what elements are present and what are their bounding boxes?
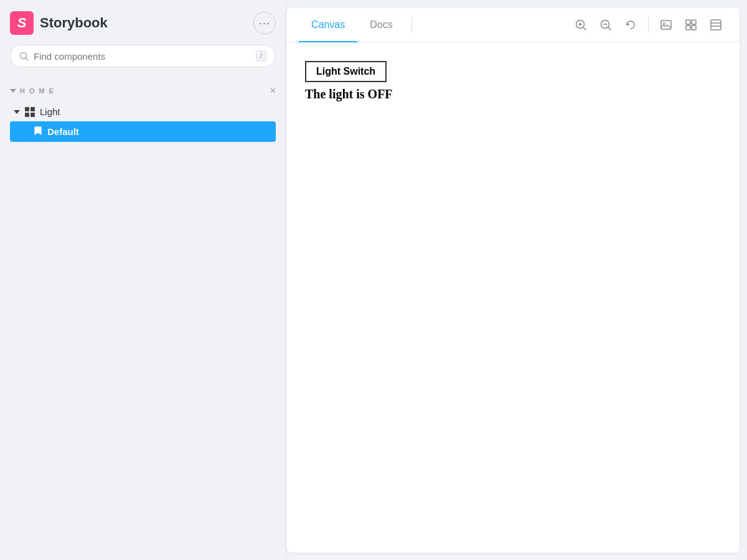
image-view-button[interactable] (655, 14, 677, 36)
storybook-logo-icon: S (10, 11, 34, 35)
canvas-area: Light Switch The light is OFF (286, 42, 740, 553)
tab-group: Canvas Docs (299, 7, 405, 42)
svg-rect-14 (692, 26, 696, 30)
more-options-button[interactable]: ··· (253, 12, 276, 34)
grid-component-icon (25, 107, 35, 117)
search-shortcut: / (256, 50, 266, 62)
toolbar: Canvas Docs (286, 7, 740, 42)
search-input[interactable] (34, 51, 251, 62)
zoom-in-button[interactable] (570, 14, 592, 36)
panel-view-button[interactable] (705, 14, 727, 36)
zoom-out-button[interactable] (594, 14, 617, 36)
bookmark-icon (34, 126, 42, 138)
nav-item-light-group[interactable]: Light (10, 102, 276, 121)
search-icon (19, 52, 29, 61)
svg-line-5 (583, 27, 586, 30)
grid-view-button[interactable] (680, 14, 702, 36)
sidebar-header: S Storybook ··· (0, 0, 286, 45)
chevron-down-icon (14, 110, 20, 114)
light-group-label: Light (40, 106, 60, 117)
svg-rect-13 (686, 26, 690, 30)
svg-rect-11 (686, 20, 690, 24)
toolbar-actions (570, 14, 727, 36)
svg-rect-12 (692, 20, 696, 24)
search-area: / (0, 45, 286, 77)
close-icon[interactable]: × (270, 86, 276, 96)
chevron-down-icon (10, 89, 16, 93)
tab-docs[interactable]: Docs (357, 8, 405, 42)
nav-section-title[interactable]: H O M E (10, 87, 55, 95)
search-box[interactable]: / (10, 45, 276, 67)
svg-line-8 (608, 27, 611, 30)
light-switch-button[interactable]: Light Switch (305, 61, 387, 82)
nav-section-header: H O M E × (10, 82, 276, 100)
tab-canvas[interactable]: Canvas (299, 8, 357, 42)
default-story-label: Default (47, 126, 79, 137)
nav-item-default-story[interactable]: Default (10, 121, 276, 142)
svg-rect-15 (711, 20, 721, 30)
nav-section: H O M E × Light Default (0, 77, 286, 147)
main-content: Canvas Docs (286, 0, 747, 560)
logo-area: S Storybook (10, 11, 108, 35)
svg-point-10 (664, 22, 665, 24)
light-status-text: The light is OFF (305, 87, 393, 101)
sidebar: S Storybook ··· / H O M E × (0, 0, 286, 560)
toolbar-divider-1 (648, 16, 649, 34)
reset-zoom-button[interactable] (619, 14, 642, 36)
svg-line-1 (26, 58, 29, 60)
tab-toolbar-divider (411, 16, 412, 34)
svg-rect-9 (661, 21, 671, 29)
main-panel: Canvas Docs (286, 7, 740, 553)
app-title: Storybook (40, 15, 108, 31)
